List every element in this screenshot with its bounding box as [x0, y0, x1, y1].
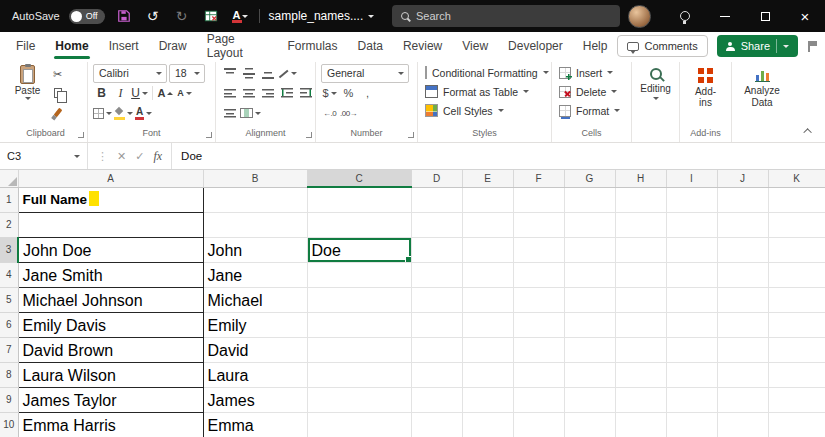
- cell[interactable]: [411, 237, 462, 262]
- cell[interactable]: [307, 362, 411, 387]
- bold-button[interactable]: B: [93, 84, 110, 102]
- document-title[interactable]: sample_names....: [269, 9, 375, 23]
- cell[interactable]: [411, 212, 462, 237]
- ideas-button[interactable]: [665, 0, 705, 32]
- cell[interactable]: [768, 187, 825, 212]
- cell[interactable]: [666, 237, 717, 262]
- cell[interactable]: [307, 412, 411, 437]
- cell[interactable]: [462, 387, 513, 412]
- cell[interactable]: [462, 212, 513, 237]
- cell[interactable]: [513, 262, 564, 287]
- merge-center-button[interactable]: [240, 104, 261, 122]
- cell[interactable]: [513, 337, 564, 362]
- share-button[interactable]: Share: [717, 35, 798, 57]
- tab-data[interactable]: Data: [348, 33, 393, 60]
- orientation-button[interactable]: [278, 64, 297, 82]
- col-header-e[interactable]: E: [462, 170, 513, 187]
- cell-a3[interactable]: John Doe: [18, 237, 203, 262]
- cell[interactable]: [307, 287, 411, 312]
- cell[interactable]: [411, 387, 462, 412]
- delete-cells-button[interactable]: Delete: [557, 82, 626, 101]
- font-name-combo[interactable]: Calibri: [93, 64, 167, 83]
- copy-button[interactable]: [49, 84, 66, 102]
- format-cells-button[interactable]: Format: [557, 101, 626, 120]
- cell-a6[interactable]: Emily Davis: [18, 312, 203, 337]
- underline-button[interactable]: U: [131, 84, 148, 102]
- cell[interactable]: [513, 387, 564, 412]
- cell[interactable]: [513, 312, 564, 337]
- cell[interactable]: [564, 312, 615, 337]
- cell[interactable]: James: [203, 387, 307, 412]
- cell[interactable]: [666, 262, 717, 287]
- align-left-button[interactable]: [221, 84, 238, 102]
- cell[interactable]: [564, 212, 615, 237]
- cell[interactable]: [513, 287, 564, 312]
- fill-color-button[interactable]: [114, 104, 133, 122]
- cell[interactable]: [768, 387, 825, 412]
- cell[interactable]: [462, 362, 513, 387]
- cell[interactable]: [564, 262, 615, 287]
- search-box[interactable]: Search: [392, 5, 620, 27]
- tab-insert[interactable]: Insert: [99, 33, 149, 60]
- cell[interactable]: [462, 412, 513, 437]
- cell[interactable]: [462, 237, 513, 262]
- cell[interactable]: Laura: [203, 362, 307, 387]
- cell[interactable]: [666, 337, 717, 362]
- undo-button[interactable]: ↺: [143, 5, 163, 27]
- comma-style-button[interactable]: ,: [359, 84, 376, 102]
- avatar[interactable]: [628, 5, 651, 28]
- row-header[interactable]: 2: [0, 212, 18, 237]
- row-header[interactable]: 4: [0, 262, 18, 287]
- cell[interactable]: [203, 212, 307, 237]
- cell-b3[interactable]: John: [203, 237, 307, 262]
- tab-file[interactable]: File: [6, 33, 45, 60]
- font-color-button[interactable]: A: [135, 104, 152, 122]
- font-size-combo[interactable]: 18: [169, 64, 205, 83]
- cell[interactable]: Emma: [203, 412, 307, 437]
- cell[interactable]: [411, 187, 462, 212]
- selected-cell-c3[interactable]: Doe: [307, 237, 411, 262]
- cell[interactable]: [717, 287, 768, 312]
- alignment-dialog-launcher[interactable]: [306, 132, 312, 138]
- cell[interactable]: [615, 237, 666, 262]
- cell[interactable]: [615, 387, 666, 412]
- cell[interactable]: [666, 412, 717, 437]
- cell[interactable]: [513, 412, 564, 437]
- col-header-i[interactable]: I: [666, 170, 717, 187]
- cell[interactable]: [615, 362, 666, 387]
- cell[interactable]: [717, 337, 768, 362]
- cell[interactable]: [462, 312, 513, 337]
- cell[interactable]: [564, 287, 615, 312]
- redo-button[interactable]: ↻: [172, 5, 192, 27]
- cell[interactable]: [307, 212, 411, 237]
- cancel-button[interactable]: ✕: [117, 150, 126, 163]
- cell[interactable]: [462, 187, 513, 212]
- font-color-quick-button[interactable]: A: [230, 5, 250, 27]
- cell[interactable]: [768, 287, 825, 312]
- cell[interactable]: [203, 187, 307, 212]
- cell[interactable]: [307, 337, 411, 362]
- cell[interactable]: [717, 237, 768, 262]
- megaphone-icon[interactable]: [807, 41, 817, 52]
- format-painter-button[interactable]: [49, 103, 66, 121]
- decrease-decimal-button[interactable]: .00→: [340, 104, 357, 122]
- cell-a8[interactable]: Laura Wilson: [18, 362, 203, 387]
- row-header[interactable]: 10: [0, 412, 18, 437]
- cell[interactable]: [768, 312, 825, 337]
- name-box[interactable]: C3: [0, 143, 88, 169]
- number-format-combo[interactable]: General: [321, 64, 409, 83]
- cell[interactable]: [666, 287, 717, 312]
- tab-draw[interactable]: Draw: [149, 33, 197, 60]
- insert-function-button[interactable]: fx: [153, 149, 162, 164]
- insert-cells-button[interactable]: Insert: [557, 63, 626, 82]
- minimize-button[interactable]: [705, 0, 745, 32]
- cell[interactable]: [717, 387, 768, 412]
- col-header-b[interactable]: B: [203, 170, 307, 187]
- cell-a9[interactable]: James Taylor: [18, 387, 203, 412]
- number-dialog-launcher[interactable]: [408, 132, 414, 138]
- cell[interactable]: [615, 262, 666, 287]
- cell[interactable]: [615, 312, 666, 337]
- clipboard-dialog-launcher[interactable]: [78, 132, 84, 138]
- decrease-indent-button[interactable]: [278, 84, 295, 102]
- cell[interactable]: [307, 312, 411, 337]
